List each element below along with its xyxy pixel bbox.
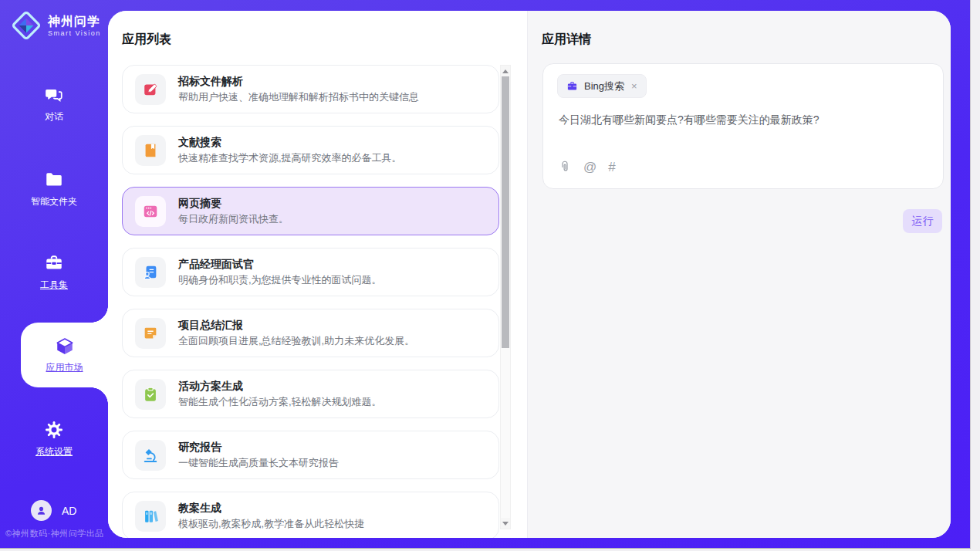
brand: 神州问学 Smart Vision bbox=[10, 9, 101, 42]
main-content: 应用列表 招标文件解析 帮助用户快速、准确地理解和解析招标书中的关键信息 文献搜… bbox=[108, 11, 951, 538]
app-icon-tile bbox=[135, 318, 166, 349]
app-title: 产品经理面试官 bbox=[178, 256, 382, 272]
avatar[interactable] bbox=[31, 500, 52, 521]
app-title: 文献搜索 bbox=[178, 134, 402, 150]
brand-logo-diamond-icon bbox=[10, 9, 42, 42]
app-title: 活动方案生成 bbox=[178, 378, 382, 394]
app-detail-panel: 应用详情 Bing搜索 × 今日湖北有哪些新闻要点?有哪些需要关注的最新政策? … bbox=[527, 11, 951, 538]
edit-doc-icon bbox=[142, 81, 159, 98]
app-description: 帮助用户快速、准确地理解和解析招标书中的关键信息 bbox=[178, 90, 419, 105]
app-description: 每日政府新闻资讯快查。 bbox=[178, 211, 289, 227]
app-icon-tile bbox=[135, 257, 166, 288]
sidebar-item-folder[interactable]: 智能文件夹 bbox=[0, 170, 108, 208]
copyright-text: ©神州数码·神州问学出品 bbox=[5, 528, 113, 539]
brand-name: 神州问学 bbox=[48, 14, 101, 29]
app-icon-tile bbox=[135, 74, 166, 105]
sidebar-item-label: 工具集 bbox=[40, 279, 68, 292]
app-title: 教案生成 bbox=[178, 500, 364, 516]
briefcase-icon bbox=[566, 80, 578, 92]
toolbox-icon bbox=[44, 253, 64, 273]
app-description: 全面回顾项目进展,总结经验教训,助力未来优化发展。 bbox=[178, 333, 414, 349]
app-title: 项目总结汇报 bbox=[178, 317, 414, 333]
app-title: 网页摘要 bbox=[178, 195, 289, 211]
app-icon-tile bbox=[135, 501, 166, 532]
cube-icon bbox=[55, 336, 75, 357]
tool-tag-close-icon[interactable]: × bbox=[631, 80, 637, 92]
user-name: AD bbox=[62, 505, 76, 517]
scrollbar-thumb[interactable] bbox=[502, 76, 509, 348]
folder-icon bbox=[44, 170, 64, 190]
hash-icon[interactable]: # bbox=[608, 161, 615, 174]
scrollbar[interactable] bbox=[500, 65, 511, 529]
app-card[interactable]: 项目总结汇报 全面回顾项目进展,总结经验教训,助力未来优化发展。 bbox=[122, 309, 499, 357]
app-description: 智能生成个性化活动方案,轻松解决规划难题。 bbox=[178, 394, 382, 410]
app-icon-tile bbox=[135, 196, 166, 227]
app-screen: 神州问学 Smart Vision 对话 智能文件夹 工具集 应用市场 系统设置… bbox=[0, 0, 980, 551]
scrollbar-down-button[interactable] bbox=[501, 518, 510, 529]
app-texts: 项目总结汇报 全面回顾项目进展,总结经验教训,助力未来优化发展。 bbox=[178, 317, 414, 349]
app-card[interactable]: 研究报告 一键智能生成高质量长文本研究报告 bbox=[122, 431, 499, 479]
app-window: 神州问学 Smart Vision 对话 智能文件夹 工具集 应用市场 系统设置… bbox=[0, 0, 971, 549]
brand-subtitle: Smart Vision bbox=[48, 29, 101, 37]
app-card[interactable]: 网页摘要 每日政府新闻资讯快查。 bbox=[122, 187, 499, 235]
app-description: 明确身份和职责,为您提供专业性的面试问题。 bbox=[178, 272, 382, 288]
sidebar-item-chat[interactable]: 对话 bbox=[0, 85, 108, 123]
sidebar-item-cube[interactable]: 应用市场 bbox=[21, 323, 108, 387]
prompt-card: Bing搜索 × 今日湖北有哪些新闻要点?有哪些需要关注的最新政策? @ # bbox=[542, 63, 944, 189]
prompt-toolbar: @ # bbox=[558, 160, 616, 174]
app-texts: 教案生成 模板驱动,教案秒成,教学准备从此轻松快捷 bbox=[178, 500, 364, 532]
sidebar-item-label: 系统设置 bbox=[35, 445, 73, 458]
app-card[interactable]: 产品经理面试官 明确身份和职责,为您提供专业性的面试问题。 bbox=[122, 248, 499, 296]
app-card[interactable]: 教案生成 模板驱动,教案秒成,教学准备从此轻松快捷 bbox=[122, 492, 499, 538]
app-card[interactable]: 活动方案生成 智能生成个性化活动方案,轻松解决规划难题。 bbox=[122, 370, 499, 418]
sidebar-item-toolbox[interactable]: 工具集 bbox=[0, 253, 108, 292]
app-description: 模板驱动,教案秒成,教学准备从此轻松快捷 bbox=[178, 516, 364, 532]
app-texts: 产品经理面试官 明确身份和职责,为您提供专业性的面试问题。 bbox=[178, 256, 382, 288]
app-icon-tile bbox=[135, 440, 166, 471]
sidebar-item-label: 对话 bbox=[45, 110, 63, 123]
app-texts: 活动方案生成 智能生成个性化活动方案,轻松解决规划难题。 bbox=[178, 378, 382, 410]
app-card[interactable]: 文献搜索 快速精准查找学术资源,提高研究效率的必备工具。 bbox=[122, 126, 499, 174]
app-title: 招标文件解析 bbox=[178, 73, 419, 90]
run-button[interactable]: 运行 bbox=[903, 209, 942, 233]
app-icon-tile bbox=[135, 135, 166, 166]
sidebar-item-gear[interactable]: 系统设置 bbox=[0, 420, 108, 458]
app-card-list: 招标文件解析 帮助用户快速、准确地理解和解析招标书中的关键信息 文献搜索 快速精… bbox=[122, 65, 499, 538]
app-list-panel: 应用列表 招标文件解析 帮助用户快速、准确地理解和解析招标书中的关键信息 文献搜… bbox=[108, 11, 527, 538]
tool-tag-bing-search[interactable]: Bing搜索 × bbox=[557, 74, 647, 98]
app-list-title: 应用列表 bbox=[122, 32, 171, 48]
user-row[interactable]: AD bbox=[31, 500, 76, 521]
book-icon bbox=[142, 142, 159, 159]
app-description: 一键智能生成高质量长文本研究报告 bbox=[178, 455, 339, 471]
lesson-icon bbox=[142, 508, 159, 525]
person-icon bbox=[35, 504, 48, 517]
prompt-input[interactable]: 今日湖北有哪些新闻要点?有哪些需要关注的最新政策? bbox=[559, 112, 928, 128]
clipboard-check-icon bbox=[142, 386, 159, 403]
chat-icon bbox=[44, 85, 64, 105]
research-icon bbox=[142, 447, 159, 464]
tool-tag-label: Bing搜索 bbox=[584, 79, 624, 93]
app-detail-title: 应用详情 bbox=[542, 32, 591, 48]
gear-icon bbox=[44, 420, 64, 440]
app-texts: 招标文件解析 帮助用户快速、准确地理解和解析招标书中的关键信息 bbox=[178, 73, 419, 105]
paperclip-icon[interactable] bbox=[558, 160, 572, 174]
app-description: 快速精准查找学术资源,提高研究效率的必备工具。 bbox=[178, 150, 402, 166]
sidebar-item-label: 智能文件夹 bbox=[31, 195, 77, 208]
browser-code-icon bbox=[142, 203, 159, 220]
note-icon bbox=[142, 325, 159, 342]
app-texts: 文献搜索 快速精准查找学术资源,提高研究效率的必备工具。 bbox=[178, 134, 402, 166]
app-card[interactable]: 招标文件解析 帮助用户快速、准确地理解和解析招标书中的关键信息 bbox=[122, 65, 499, 113]
app-texts: 研究报告 一键智能生成高质量长文本研究报告 bbox=[178, 439, 339, 471]
app-title: 研究报告 bbox=[178, 439, 339, 455]
scrollbar-up-button[interactable] bbox=[501, 66, 510, 76]
interview-icon bbox=[142, 264, 159, 281]
sidebar-item-label: 应用市场 bbox=[46, 361, 83, 374]
sidebar: 神州问学 Smart Vision 对话 智能文件夹 工具集 应用市场 系统设置… bbox=[0, 0, 108, 549]
app-icon-tile bbox=[135, 379, 166, 410]
app-texts: 网页摘要 每日政府新闻资讯快查。 bbox=[178, 195, 289, 227]
mention-icon[interactable]: @ bbox=[583, 161, 596, 174]
